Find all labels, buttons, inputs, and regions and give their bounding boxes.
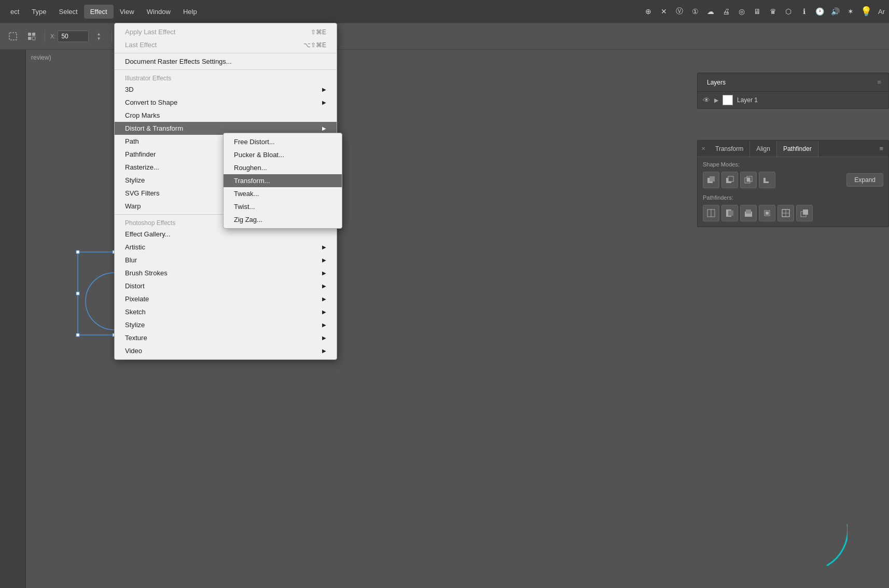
menu-texture[interactable]: Texture ▶ bbox=[115, 331, 337, 344]
svg-rect-24 bbox=[747, 178, 750, 181]
menu-apply-last-effect[interactable]: Apply Last Effect ⇧⌘E bbox=[115, 25, 337, 38]
x-input[interactable] bbox=[58, 31, 89, 42]
panel-close-icon[interactable]: ✕ bbox=[698, 141, 709, 156]
tab-transform[interactable]: Transform bbox=[709, 141, 750, 157]
submenu-zig-zag[interactable]: Zig Zag... bbox=[224, 213, 342, 226]
svg-rect-1 bbox=[28, 33, 31, 36]
menubar-item-window[interactable]: Window bbox=[141, 5, 177, 19]
menubar-item-ect[interactable]: ect bbox=[4, 5, 25, 19]
minus-front-btn[interactable] bbox=[721, 172, 738, 188]
arrow-texture: ▶ bbox=[322, 335, 326, 341]
submenu-pucker-bloat[interactable]: Pucker & Bloat... bbox=[224, 148, 342, 161]
x-label: X: bbox=[50, 33, 55, 39]
tab-layers[interactable]: Layers bbox=[703, 77, 730, 88]
transform-panel-header: Transform Align Pathfinder ≡ bbox=[698, 141, 888, 157]
cc-icon: ☁ bbox=[705, 6, 716, 17]
arrow-distort-ps: ▶ bbox=[322, 283, 326, 289]
arrow-stylize-ps: ▶ bbox=[322, 322, 326, 328]
submenu-twist[interactable]: Twist... bbox=[224, 200, 342, 213]
selection-tool-btn[interactable] bbox=[5, 29, 21, 44]
nordvpn-icon: ⊕ bbox=[643, 6, 654, 17]
svg-rect-31 bbox=[728, 211, 733, 216]
visibility-icon[interactable]: 👁 bbox=[703, 96, 710, 104]
layer-name: Layer 1 bbox=[737, 96, 758, 104]
submenu-free-distort[interactable]: Free Distort... bbox=[224, 135, 342, 148]
arrow-video: ▶ bbox=[322, 348, 326, 354]
layers-panel-menu-icon[interactable]: ≡ bbox=[875, 76, 883, 88]
svg-rect-4 bbox=[32, 37, 35, 40]
menu-3d[interactable]: 3D ▶ bbox=[115, 83, 337, 96]
left-sidebar bbox=[0, 50, 26, 588]
sep-2 bbox=[115, 69, 337, 70]
menubar-item-select[interactable]: Select bbox=[53, 5, 84, 19]
toolbar-sep-2 bbox=[112, 30, 112, 43]
menu-artistic[interactable]: Artistic ▶ bbox=[115, 241, 337, 254]
menu-distort[interactable]: Distort ▶ bbox=[115, 279, 337, 292]
canvas-label: review) bbox=[31, 54, 51, 61]
arrow-brush: ▶ bbox=[322, 270, 326, 276]
svg-rect-27 bbox=[766, 178, 769, 181]
menubar-right-icons: ⊕ ✕ Ⓥ ① ☁ 🖨 ◎ 🖥 ♛ ⬡ ℹ 🕐 🔊 ✶ 💡 Ar bbox=[643, 6, 885, 17]
expand-icon[interactable]: ▶ bbox=[714, 97, 718, 104]
layers-panel-header: Layers ≡ bbox=[698, 73, 888, 92]
arrow-artistic: ▶ bbox=[322, 244, 326, 250]
menu-blur[interactable]: Blur ▶ bbox=[115, 254, 337, 267]
svg-rect-0 bbox=[9, 33, 17, 40]
svg-rect-2 bbox=[32, 33, 35, 36]
menubar-item-effect[interactable]: Effect bbox=[84, 5, 114, 19]
menu-doc-raster[interactable]: Document Raster Effects Settings... bbox=[115, 55, 337, 68]
svg-rect-14 bbox=[76, 333, 79, 337]
printer-icon: 🖨 bbox=[720, 6, 732, 17]
arrow-sketch: ▶ bbox=[322, 309, 326, 315]
exclude-btn[interactable] bbox=[759, 172, 775, 188]
intersect-btn[interactable] bbox=[740, 172, 757, 188]
shape-modes-row: Expand bbox=[698, 170, 888, 190]
onepassword-icon: ① bbox=[689, 6, 701, 17]
menubar-item-help[interactable]: Help bbox=[177, 5, 203, 19]
x-stepper[interactable]: ▲ ▼ bbox=[91, 29, 106, 44]
merge-btn[interactable] bbox=[740, 205, 757, 221]
menu-sketch[interactable]: Sketch ▶ bbox=[115, 305, 337, 318]
arrow-3d: ▶ bbox=[322, 87, 326, 92]
shape-modes-label: Shape Modes: bbox=[698, 157, 888, 170]
ar-label: Ar bbox=[878, 8, 885, 16]
menu-effect-gallery[interactable]: Effect Gallery... bbox=[115, 228, 337, 241]
crop-btn[interactable] bbox=[759, 205, 775, 221]
unite-btn[interactable] bbox=[703, 172, 719, 188]
arrow-convert: ▶ bbox=[322, 100, 326, 105]
transform-tool-btn[interactable] bbox=[24, 29, 39, 44]
submenu-roughen[interactable]: Roughen... bbox=[224, 161, 342, 174]
menubar-item-type[interactable]: Type bbox=[25, 5, 52, 19]
menubar: ect Type Select Effect View Window Help … bbox=[0, 0, 889, 23]
menu-stylize-ps[interactable]: Stylize ▶ bbox=[115, 318, 337, 331]
menu-brush-strokes[interactable]: Brush Strokes ▶ bbox=[115, 267, 337, 279]
menu-video[interactable]: Video ▶ bbox=[115, 344, 337, 357]
chess-icon: ♛ bbox=[767, 6, 779, 17]
volume-icon: 🔊 bbox=[829, 6, 841, 17]
svg-rect-19 bbox=[710, 176, 715, 181]
svg-rect-40 bbox=[803, 209, 808, 215]
submenu-transform[interactable]: Transform... bbox=[224, 174, 342, 187]
outline-btn[interactable] bbox=[777, 205, 794, 221]
layer-1-row[interactable]: 👁 ▶ Layer 1 bbox=[698, 92, 888, 108]
tab-align[interactable]: Align bbox=[750, 141, 777, 157]
divide-btn[interactable] bbox=[703, 205, 719, 221]
trim-btn[interactable] bbox=[721, 205, 738, 221]
menubar-item-view[interactable]: View bbox=[114, 5, 141, 19]
minus-back-btn[interactable] bbox=[796, 205, 813, 221]
pathfinder-menu-icon[interactable]: ≡ bbox=[874, 141, 888, 157]
menu-convert-shape[interactable]: Convert to Shape ▶ bbox=[115, 96, 337, 109]
submenu-tweak[interactable]: Tweak... bbox=[224, 187, 342, 200]
svg-rect-9 bbox=[76, 250, 79, 254]
info-icon: ℹ bbox=[798, 6, 810, 17]
menu-last-effect[interactable]: Last Effect ⌥⇧⌘E bbox=[115, 38, 337, 51]
layers-panel: Layers ≡ 👁 ▶ Layer 1 bbox=[697, 73, 889, 109]
menu-crop-marks[interactable]: Crop Marks bbox=[115, 109, 337, 122]
monitor-icon: 🖥 bbox=[752, 6, 763, 17]
teal-arc bbox=[785, 503, 848, 567]
menu-pixelate[interactable]: Pixelate ▶ bbox=[115, 292, 337, 305]
expand-button[interactable]: Expand bbox=[846, 173, 883, 187]
lightbulb-icon: 💡 bbox=[860, 6, 872, 17]
instagram-icon: ◎ bbox=[736, 6, 747, 17]
tab-pathfinder[interactable]: Pathfinder bbox=[777, 141, 818, 157]
